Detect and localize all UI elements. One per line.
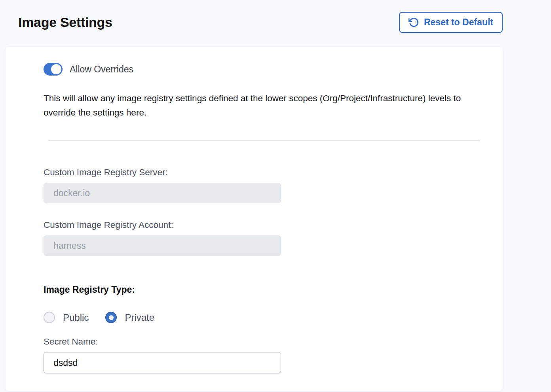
registry-account-label: Custom Image Registry Account:	[44, 220, 480, 230]
registry-account-input[interactable]	[44, 235, 281, 256]
secret-name-label: Secret Name:	[44, 337, 480, 347]
registry-server-label: Custom Image Registry Server:	[44, 167, 480, 178]
registry-server-input[interactable]	[44, 183, 281, 203]
registry-type-radio-group: Public Private	[44, 312, 480, 323]
radio-option-private[interactable]: Private	[105, 312, 154, 323]
rotate-ccw-icon	[408, 17, 419, 28]
allow-overrides-label: Allow Overrides	[70, 64, 133, 75]
private-radio-button[interactable]	[105, 312, 117, 323]
page-title: Image Settings	[18, 15, 112, 30]
overrides-description: This will allow any image registry setti…	[44, 91, 480, 120]
public-radio-label: Public	[63, 312, 89, 323]
reset-button-label: Reset to Default	[424, 17, 493, 28]
secret-name-input[interactable]	[44, 352, 281, 373]
registry-type-label: Image Registry Type:	[44, 284, 480, 295]
page-header: Image Settings Reset to Default	[0, 0, 551, 33]
private-radio-label: Private	[125, 312, 154, 323]
image-settings-card: Allow Overrides This will allow any imag…	[6, 47, 503, 391]
allow-overrides-toggle[interactable]	[44, 63, 63, 76]
toggle-knob	[51, 64, 61, 74]
public-radio-button[interactable]	[44, 312, 55, 323]
radio-option-public[interactable]: Public	[44, 312, 89, 323]
reset-to-default-button[interactable]: Reset to Default	[399, 12, 503, 33]
section-divider	[48, 140, 480, 141]
allow-overrides-row: Allow Overrides	[44, 63, 480, 76]
